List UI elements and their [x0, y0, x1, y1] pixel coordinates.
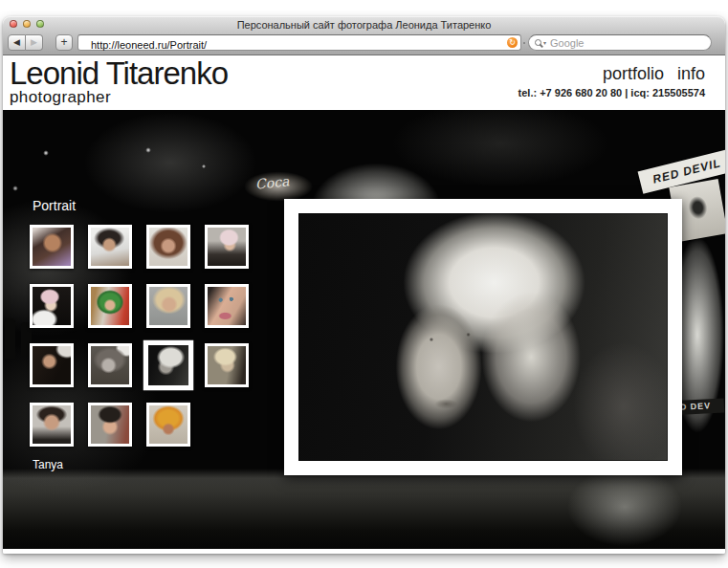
url-input[interactable] — [78, 38, 520, 53]
thumbnail-grid — [30, 225, 254, 452]
site-name: Leonid Titarenko — [10, 57, 228, 90]
web-page: Leonid Titarenko photographer portfolio … — [3, 55, 725, 554]
gallery-background-photo: Coca RED DEVIL D DEV Portrait — [3, 110, 725, 549]
thumbnail-12[interactable] — [205, 343, 249, 387]
thumbnail-13[interactable] — [30, 403, 74, 447]
thumbnail-6[interactable] — [88, 284, 132, 328]
reload-icon[interactable]: ↻ — [507, 37, 518, 48]
nav-info-link[interactable]: info — [677, 64, 705, 84]
coca-cola-sign-text: Coca — [254, 173, 290, 192]
nav-portfolio-link[interactable]: portfolio — [603, 64, 664, 84]
window-title: Персональный сайт фотографа Леонида Тита… — [3, 19, 725, 31]
forward-icon: ▶ — [31, 37, 37, 47]
new-tab-button[interactable]: + — [55, 34, 73, 51]
back-button[interactable]: ◀ — [8, 34, 26, 51]
site-subtitle: photographer — [10, 90, 228, 105]
thumbnail-14[interactable] — [88, 403, 132, 447]
history-buttons: ◀ ▶ — [8, 34, 43, 51]
site-brand: Leonid Titarenko photographer — [10, 57, 228, 105]
thumbnail-15[interactable] — [146, 403, 190, 447]
category-label: Portrait — [33, 198, 76, 213]
thumbnail-3[interactable] — [146, 225, 190, 269]
site-nav: portfolio info — [518, 64, 705, 84]
forward-button[interactable]: ▶ — [26, 34, 43, 51]
contact-line: tel.: +7 926 680 20 80 | icq: 215505574 — [518, 87, 705, 98]
search-icon — [535, 39, 541, 46]
thumbnail-11-selected[interactable] — [145, 342, 191, 388]
photo-caption: Tanya — [33, 458, 63, 471]
toolbar-divider — [523, 42, 525, 44]
back-icon: ◀ — [13, 37, 20, 47]
thumbnail-7[interactable] — [146, 284, 190, 328]
thumbnail-1[interactable] — [30, 225, 74, 269]
thumbnail-8[interactable] — [205, 284, 249, 328]
thumbnail-9[interactable] — [30, 343, 74, 387]
thumbnail-2[interactable] — [88, 225, 132, 269]
background-silhouette — [5, 318, 15, 359]
thumbnail-10[interactable] — [88, 343, 132, 387]
thumbnail-4[interactable] — [205, 225, 249, 269]
search-bar: ▾ — [528, 34, 712, 51]
address-bar: ↻ — [77, 34, 521, 51]
header-right: portfolio info tel.: +7 926 680 20 80 | … — [518, 64, 705, 98]
browser-window: Персональный сайт фотографа Леонида Тита… — [3, 16, 725, 554]
main-photo-frame[interactable] — [284, 199, 682, 475]
search-input[interactable] — [546, 37, 711, 49]
main-photo — [298, 213, 668, 461]
thumbnail-5[interactable] — [30, 284, 74, 328]
site-header: Leonid Titarenko photographer portfolio … — [3, 55, 725, 110]
window-chrome: Персональный сайт фотографа Леонида Тита… — [3, 16, 725, 55]
browser-toolbar: ◀ ▶ + ↻ ▾ — [3, 34, 725, 54]
